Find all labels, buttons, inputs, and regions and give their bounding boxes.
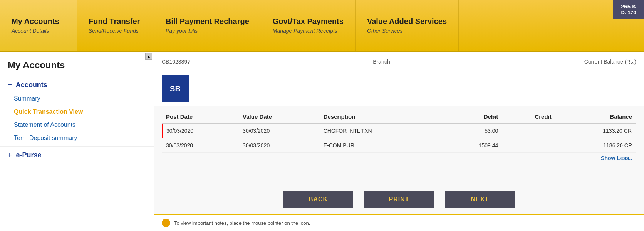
account-header-row: CB1023897 Branch Current Balance (Rs.)	[154, 52, 644, 71]
sidebar-item-quick-transaction-label: Quick Transaction View	[14, 108, 83, 115]
row2-balance: 1186.20 CR	[555, 138, 636, 153]
col-post-date: Post Date	[162, 110, 239, 123]
nav-bill-payment-title: Bill Payment Recharge	[166, 17, 249, 26]
nav-value-added-title: Value Added Services	[367, 17, 447, 26]
col-debit: Debit	[443, 110, 502, 123]
nav-fund-transfer[interactable]: Fund Transfer Send/Receive Funds	[77, 0, 154, 51]
nav-bill-payment[interactable]: Bill Payment Recharge Pay your bills	[154, 0, 261, 51]
content-area: CB1023897 Branch Current Balance (Rs.) S…	[154, 52, 644, 231]
sidebar-section-epurse[interactable]: + e-Purse	[0, 148, 154, 162]
col-value-date: Value Date	[239, 110, 320, 123]
nav-my-accounts[interactable]: My Accounts Account Details	[0, 0, 77, 51]
nav-fund-transfer-subtitle: Send/Receive Funds	[89, 28, 142, 34]
epurse-toggle: +	[8, 151, 12, 159]
row1-credit	[502, 123, 555, 138]
row1-balance: 1133.20 CR	[555, 123, 636, 138]
sidebar-item-statement[interactable]: Statement of Accounts	[0, 118, 154, 132]
epurse-label: e-Purse	[16, 151, 42, 159]
nav-fund-transfer-title: Fund Transfer	[89, 17, 142, 26]
sidebar: ▲ My Accounts − Accounts Summary Quick T…	[0, 52, 154, 231]
show-less-row: Show Less..	[162, 153, 636, 164]
table-header-row: Post Date Value Date Description Debit C…	[162, 110, 636, 123]
info-bar: i To view important notes, place the mou…	[154, 214, 644, 231]
top-navigation: My Accounts Account Details Fund Transfe…	[0, 0, 644, 52]
sidebar-section-accounts[interactable]: − Accounts	[0, 78, 154, 92]
nav-my-accounts-subtitle: Account Details	[12, 28, 65, 34]
accounts-toggle: −	[8, 81, 12, 89]
show-less-cell: Show Less..	[162, 153, 636, 164]
col-balance: Balance	[555, 110, 636, 123]
row1-debit: 53.00	[443, 123, 502, 138]
nav-govt-tax-title: Govt/Tax Payments	[273, 17, 344, 26]
nav-badge-top: 265 K	[619, 3, 639, 10]
transaction-table: Post Date Value Date Description Debit C…	[162, 110, 636, 164]
nav-bill-payment-subtitle: Pay your bills	[166, 28, 249, 34]
sidebar-item-statement-label: Statement of Accounts	[14, 121, 75, 128]
table-row-1: 30/03/2020 30/03/2020 CHGFOR INTL TXN 53…	[162, 123, 636, 138]
accounts-label: Accounts	[16, 81, 47, 89]
col-description: Description	[320, 110, 443, 123]
sidebar-divider-1	[0, 76, 154, 76]
sidebar-scroll-up[interactable]: ▲	[145, 53, 152, 60]
nav-govt-tax[interactable]: Govt/Tax Payments Manage Payment Receipt…	[261, 0, 356, 51]
nav-badge: 265 K D: 170	[613, 0, 644, 19]
sidebar-item-term-deposit-label: Term Deposit summary	[14, 135, 77, 141]
next-button[interactable]: NEXT	[445, 191, 515, 208]
balance-label: Current Balance (Rs.)	[584, 59, 636, 65]
sidebar-item-quick-transaction[interactable]: Quick Transaction View	[0, 105, 154, 118]
transaction-table-section: Post Date Value Date Description Debit C…	[154, 106, 644, 185]
row1-post-date: 30/03/2020	[162, 123, 239, 138]
button-bar: BACK PRINT NEXT	[154, 185, 644, 214]
branch-label: Branch	[373, 59, 576, 65]
sidebar-item-term-deposit[interactable]: Term Deposit summary	[0, 132, 154, 145]
info-icon: i	[162, 219, 170, 227]
row2-debit: 1509.44	[443, 138, 502, 153]
show-less-link[interactable]: Show Less..	[601, 155, 632, 161]
row2-credit	[502, 138, 555, 153]
nav-my-accounts-title: My Accounts	[12, 17, 65, 26]
row1-value-date: 30/03/2020	[239, 123, 320, 138]
row2-description: E-COM PUR	[320, 138, 443, 153]
info-message: To view important notes, place the mouse…	[174, 220, 310, 226]
nav-badge-bottom: D: 170	[619, 10, 639, 15]
sidebar-title: My Accounts	[0, 52, 154, 74]
sidebar-item-summary[interactable]: Summary	[0, 92, 154, 105]
row2-value-date: 30/03/2020	[239, 138, 320, 153]
table-row-2: 30/03/2020 30/03/2020 E-COM PUR 1509.44 …	[162, 138, 636, 153]
sb-badge-row: SB	[154, 71, 644, 106]
row2-post-date: 30/03/2020	[162, 138, 239, 153]
back-button[interactable]: BACK	[283, 191, 353, 208]
nav-value-added-subtitle: Other Services	[367, 28, 447, 34]
nav-govt-tax-subtitle: Manage Payment Receipts	[273, 28, 344, 34]
sidebar-divider-2	[0, 146, 154, 147]
sb-badge: SB	[162, 75, 189, 102]
main-layout: ▲ My Accounts − Accounts Summary Quick T…	[0, 52, 644, 231]
row1-description: CHGFOR INTL TXN	[320, 123, 443, 138]
sidebar-item-summary-label: Summary	[14, 95, 40, 102]
nav-value-added[interactable]: Value Added Services Other Services	[356, 0, 459, 51]
account-number: CB1023897	[162, 59, 365, 65]
col-credit: Credit	[502, 110, 555, 123]
print-button[interactable]: PRINT	[364, 191, 434, 208]
